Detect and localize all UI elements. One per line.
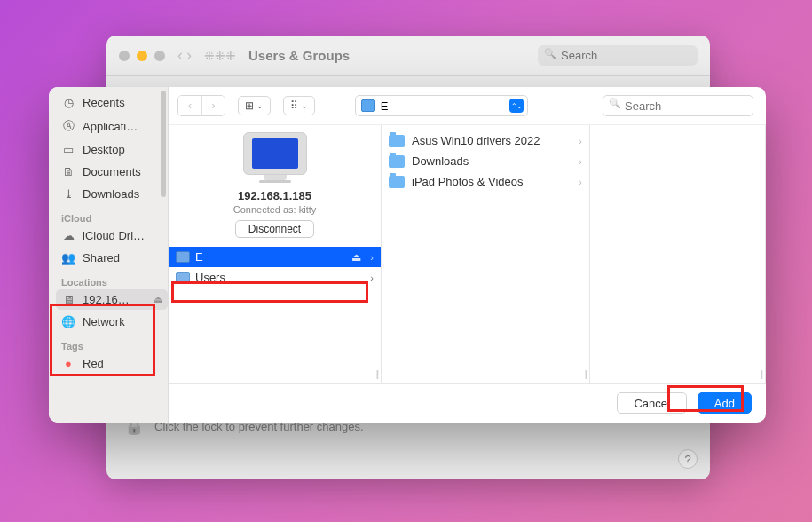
- sidebar-item-label: iCloud Dri…: [83, 229, 145, 242]
- tag-dot-icon: ●: [61, 357, 75, 370]
- volume-label: E: [195, 250, 203, 264]
- chevron-right-icon: ›: [370, 252, 374, 263]
- server-connected-as: Connected as: kitty: [233, 204, 317, 215]
- sidebar-item-label: Red: [83, 357, 104, 370]
- eject-icon[interactable]: ⏏: [351, 251, 361, 264]
- traffic-lights[interactable]: [119, 51, 165, 61]
- folder-row[interactable]: iPad Photos & Videos›: [382, 171, 589, 192]
- sidebar-item-applications[interactable]: ⒶApplicati…: [56, 115, 168, 138]
- sheet-search-input[interactable]: [603, 95, 753, 116]
- column-3: ||: [590, 125, 766, 383]
- sidebar-item-server[interactable]: 🖥192.16…⏏: [56, 289, 168, 310]
- server-card: 192.168.1.185 Connected as: kitty Discon…: [169, 125, 381, 247]
- path-label: E: [381, 99, 504, 113]
- chevron-right-icon: ›: [579, 156, 582, 167]
- sidebar-item-label: Desktop: [83, 143, 125, 156]
- folder-label: iPad Photos & Videos: [412, 175, 524, 188]
- group-button[interactable]: ⠿⌄: [283, 96, 315, 115]
- sidebar-item-network[interactable]: 🌐Network: [56, 312, 168, 332]
- computer-icon: 🖥: [61, 293, 75, 306]
- server-name: 192.168.1.185: [238, 189, 311, 202]
- sheet-footer: Cancel Add: [169, 383, 766, 423]
- volume-row-users[interactable]: Users ›: [169, 267, 381, 288]
- forward-button[interactable]: ›: [201, 96, 225, 115]
- forward-icon[interactable]: ›: [186, 46, 192, 65]
- path-dropdown-icon[interactable]: [509, 99, 524, 113]
- sidebar-item-label: Applicati…: [83, 120, 138, 133]
- columns-icon: ⊞: [245, 99, 254, 112]
- drive-icon: [361, 99, 375, 112]
- folder-icon: [389, 135, 405, 147]
- sidebar-item-documents[interactable]: 🗎Documents: [56, 162, 168, 182]
- folder-row[interactable]: Asus Win10 drivers 2022›: [382, 130, 589, 151]
- column-browser: 192.168.1.185 Connected as: kitty Discon…: [169, 125, 766, 383]
- eject-icon[interactable]: ⏏: [154, 294, 162, 305]
- path-control[interactable]: E: [355, 95, 528, 116]
- download-icon: ⤓: [61, 187, 75, 201]
- content-area: ‹ › ⊞⌄ ⠿⌄ E 192.168: [169, 87, 766, 423]
- apps-icon: Ⓐ: [61, 118, 75, 134]
- grid-icon[interactable]: ⁜⁜⁜: [204, 49, 236, 63]
- folder-icon: [389, 176, 405, 188]
- column-resize-handle[interactable]: ||: [376, 369, 377, 379]
- back-button[interactable]: ‹: [178, 96, 201, 115]
- clock-icon: ◷: [61, 96, 75, 109]
- sidebar-item-recents[interactable]: ◷Recents: [56, 92, 168, 113]
- folder-icon: [389, 155, 405, 168]
- column-resize-handle[interactable]: ||: [585, 369, 586, 379]
- document-icon: 🗎: [61, 165, 75, 178]
- zoom-icon[interactable]: [154, 51, 165, 61]
- sidebar-item-desktop[interactable]: ▭Desktop: [56, 139, 168, 160]
- sidebar: ◷Recents ⒶApplicati… ▭Desktop 🗎Documents…: [49, 87, 169, 423]
- nav-buttons[interactable]: ‹ ›: [177, 95, 225, 116]
- drive-icon: [176, 272, 190, 283]
- cloud-icon: ☁: [61, 229, 75, 242]
- volume-row-e[interactable]: E ⏏ ›: [169, 247, 381, 267]
- file-picker-sheet: ◷Recents ⒶApplicati… ▭Desktop 🗎Documents…: [49, 87, 766, 423]
- server-icon: [243, 132, 307, 184]
- sheet-toolbar: ‹ › ⊞⌄ ⠿⌄ E: [169, 87, 766, 125]
- sidebar-item-label: 192.16…: [83, 293, 130, 306]
- chevron-right-icon: ›: [579, 177, 582, 187]
- sidebar-item-tag-red[interactable]: ●Red: [56, 353, 168, 374]
- minimize-icon[interactable]: [137, 51, 147, 61]
- folder-label: Asus Win10 drivers 2022: [412, 134, 540, 147]
- parent-title: Users & Groups: [248, 48, 538, 63]
- folder-label: Downloads: [412, 154, 469, 168]
- sidebar-item-label: Recents: [83, 96, 125, 109]
- volume-label: Users: [195, 271, 225, 284]
- sidebar-item-label: Shared: [83, 251, 120, 265]
- shared-icon: 👥: [61, 251, 75, 265]
- chevron-right-icon: ›: [579, 136, 582, 146]
- help-button[interactable]: ?: [678, 449, 698, 469]
- chevron-down-icon: ⌄: [301, 101, 308, 110]
- sidebar-item-icloud-drive[interactable]: ☁iCloud Dri…: [56, 225, 168, 246]
- view-mode-button[interactable]: ⊞⌄: [238, 96, 271, 115]
- sidebar-item-shared[interactable]: 👥Shared: [56, 248, 168, 268]
- back-icon[interactable]: ‹: [177, 46, 183, 65]
- drive-icon: [176, 251, 190, 263]
- folder-row[interactable]: Downloads›: [382, 151, 589, 171]
- sidebar-header-icloud: iCloud: [56, 206, 168, 225]
- grid-icon: ⠿: [290, 99, 298, 112]
- chevron-right-icon: ›: [370, 273, 374, 283]
- cancel-button[interactable]: Cancel: [617, 392, 686, 414]
- chevron-down-icon: ⌄: [256, 101, 264, 110]
- column-resize-handle[interactable]: ||: [761, 369, 761, 379]
- globe-icon: 🌐: [61, 315, 75, 328]
- column-2: Asus Win10 drivers 2022› Downloads› iPad…: [382, 125, 590, 383]
- column-1: 192.168.1.185 Connected as: kitty Discon…: [169, 125, 382, 383]
- nav-arrows[interactable]: ‹ ›: [177, 46, 192, 65]
- sidebar-header-tags: Tags: [56, 334, 168, 353]
- disconnect-button[interactable]: Disconnect: [235, 220, 314, 238]
- parent-search-input[interactable]: [538, 45, 698, 66]
- add-button[interactable]: Add: [698, 392, 752, 414]
- sidebar-item-label: Downloads: [83, 187, 139, 201]
- sidebar-item-label: Documents: [83, 165, 141, 178]
- scrollbar[interactable]: [161, 91, 166, 197]
- parent-titlebar: ‹ › ⁜⁜⁜ Users & Groups: [106, 36, 710, 76]
- close-icon[interactable]: [119, 51, 130, 61]
- desktop-icon: ▭: [61, 143, 75, 156]
- sidebar-item-downloads[interactable]: ⤓Downloads: [56, 184, 168, 204]
- sidebar-header-locations: Locations: [56, 270, 168, 289]
